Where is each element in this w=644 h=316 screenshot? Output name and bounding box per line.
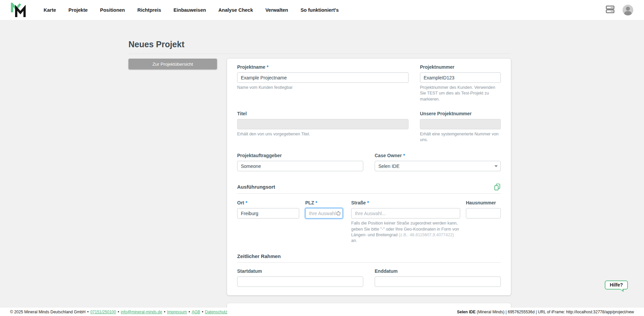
- nav-item-so-funktionierts[interactable]: So funktioniert's: [301, 7, 339, 13]
- ort-input[interactable]: [237, 208, 299, 218]
- strasse-input[interactable]: [351, 208, 460, 218]
- zeitlicher-rahmen-section-title: Zeitlicher Rahmen: [237, 253, 281, 259]
- footer-link-email[interactable]: info@mineral-minds.de: [121, 310, 162, 314]
- required-asterisk: *: [267, 64, 268, 70]
- startdatum-input[interactable]: [237, 276, 363, 287]
- ausfuehrungsort-divider: [237, 193, 501, 194]
- required-asterisk: *: [246, 200, 247, 206]
- titel-input: [237, 119, 409, 129]
- nav-item-positionen[interactable]: Positionen: [100, 7, 125, 13]
- copy-icon: [494, 183, 501, 190]
- ort-label: Ort*: [237, 200, 299, 206]
- projektauftraggeber-label: Projektauftraggeber: [237, 152, 363, 159]
- mineral-minds-logo-icon[interactable]: [11, 3, 26, 17]
- titel-label: Titel: [237, 111, 409, 117]
- loading-spinner-icon: [336, 211, 340, 215]
- hausnummer-input[interactable]: [466, 208, 501, 218]
- plz-label: PLZ*: [305, 200, 343, 206]
- user-avatar[interactable]: [623, 5, 633, 15]
- zeitlicher-rahmen-divider: [237, 262, 501, 263]
- nav-item-karte[interactable]: Karte: [44, 7, 56, 13]
- projektname-helper: Name vom Kunden festlegbar: [237, 85, 409, 90]
- hilfe-button[interactable]: Hilfe?: [605, 280, 628, 290]
- footer-link-impressum[interactable]: Impressum: [167, 310, 187, 314]
- case-owner-select[interactable]: [375, 161, 501, 171]
- zur-projektuebersicht-button[interactable]: Zur Projektübersicht: [128, 59, 217, 69]
- projektnummer-input[interactable]: [420, 72, 501, 83]
- form-row-name-number: Projektname* Name vom Kunden festlegbar …: [237, 64, 501, 102]
- nav-item-einbauweisen[interactable]: Einbauweisen: [173, 7, 206, 13]
- enddatum-input[interactable]: [375, 276, 501, 287]
- copy-location-button[interactable]: [494, 183, 501, 190]
- footer-bar: © 2025 Mineral Minds Deutschland GmbH • …: [0, 308, 644, 316]
- avatar-body-icon: [624, 11, 632, 15]
- unsere-projektnummer-input: [420, 119, 501, 129]
- footer-copyright: © 2025 Mineral Minds Deutschland GmbH: [10, 310, 86, 314]
- strasse-label: Straße*: [351, 200, 460, 206]
- nav-item-verwalten[interactable]: Verwalten: [265, 7, 288, 13]
- required-asterisk: *: [367, 200, 369, 206]
- titel-helper: Erhält den von uns vorgegebenen Titel.: [237, 131, 409, 137]
- title-divider: [128, 54, 511, 54]
- projektname-label: Projektname*: [237, 64, 409, 70]
- projektnummer-label: Projektnummer: [420, 64, 501, 70]
- startdatum-label: Startdatum: [237, 268, 363, 274]
- nav-item-richtpreis[interactable]: Richtpreis: [137, 7, 161, 13]
- server-status-icon[interactable]: [606, 5, 614, 15]
- unsere-projektnummer-helper: Erhält eine systemgenerierte Nummer von …: [420, 131, 501, 143]
- form-row-auftraggeber-caseowner: Projektauftraggeber Case Owner*: [237, 152, 501, 171]
- ausfuehrungsort-section-title: Ausführungsort: [237, 184, 275, 190]
- unsere-projektnummer-label: Unsere Projektnummer: [420, 111, 501, 117]
- case-owner-label: Case Owner*: [375, 152, 501, 159]
- projektnummer-helper: Projektnummer des Kunden. Verwenden Sie …: [420, 85, 501, 102]
- main-nav: Karte Projekte Positionen Richtpreis Ein…: [44, 7, 339, 13]
- avatar-head-icon: [626, 7, 630, 11]
- nav-item-projekte[interactable]: Projekte: [68, 7, 88, 13]
- top-navigation-bar: Karte Projekte Positionen Richtpreis Ein…: [0, 0, 644, 20]
- form-row-titel-unserenummer: Titel Erhält den von uns vorgegebenen Ti…: [237, 111, 501, 143]
- required-asterisk: *: [403, 152, 405, 159]
- page-title: Neues Projekt: [128, 40, 511, 49]
- footer-link-datenschutz[interactable]: Datenschutz: [205, 310, 227, 314]
- form-row-dates: Startdatum Enddatum: [237, 268, 501, 287]
- footer-link-agb[interactable]: AGB: [192, 310, 200, 314]
- footer-session-info: Selen IDE (Mineral Minds) | 69576255536d…: [457, 310, 634, 314]
- hausnummer-label: Hausnummer: [466, 200, 501, 206]
- enddatum-label: Enddatum: [375, 268, 501, 274]
- projektname-input[interactable]: [237, 72, 409, 83]
- new-project-form-card: Projektname* Name vom Kunden festlegbar …: [227, 59, 511, 295]
- nav-item-analyse-check[interactable]: Analyse Check: [218, 7, 253, 13]
- form-row-location: Ort* PLZ* Straße*: [237, 200, 501, 244]
- footer-link-phone[interactable]: 07151/250100: [90, 310, 116, 314]
- strasse-helper: Falls die Position keiner Straße zugeord…: [351, 220, 460, 244]
- projektauftraggeber-input[interactable]: [237, 161, 363, 171]
- required-asterisk: *: [315, 200, 317, 206]
